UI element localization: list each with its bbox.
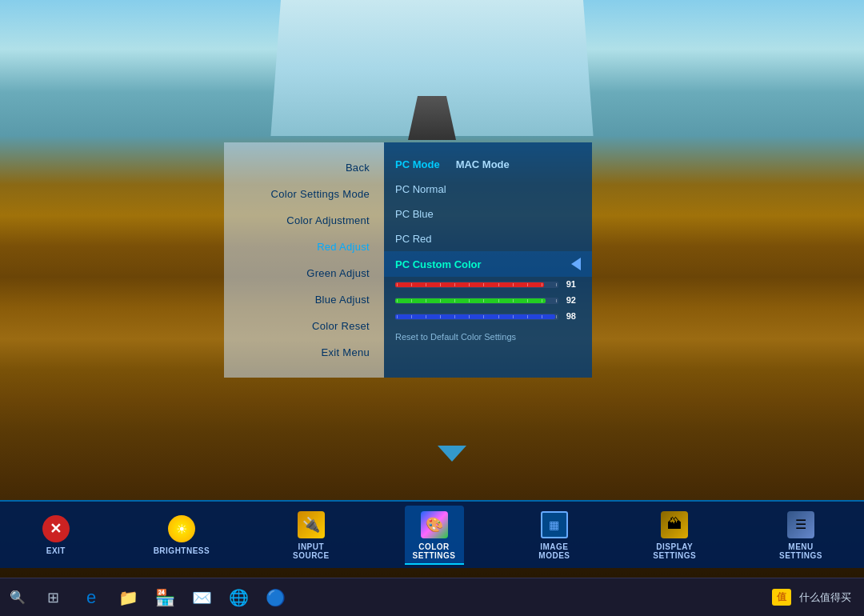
option-pc-normal[interactable]: PC Normal [384,177,592,202]
display-settings-label: DISPLAYSETTINGS [653,542,696,560]
blue-slider-value: 98 [566,311,576,321]
exit-label: EXIT [46,546,66,555]
color-settings-label: COLORSETTINGS [413,542,456,560]
red-slider-value: 91 [566,279,576,289]
menu-settings-label: MENUSETTINGS [779,542,822,560]
menu-item-back[interactable]: Back [224,154,384,181]
menu-item-blue-adjust[interactable]: Blue Adjust [224,286,384,313]
color-reset-text: Reset to Default Color Settings [395,332,516,342]
taskbar-app-extra[interactable]: 🔵 [258,580,293,615]
toolbar-input-source[interactable]: 🔌 INPUTSOURCE [285,506,338,565]
green-slider-ticks [395,298,558,304]
taskbar-edge[interactable]: e [74,580,109,615]
image-modes-icon: ▦ [540,510,569,539]
option-pc-custom-color[interactable]: PC Custom Color [384,251,592,277]
color-mode-row: PC Mode MAC Mode [384,152,592,177]
search-icon: 🔍 [10,590,26,605]
menu-item-exit-menu[interactable]: Exit Menu [224,339,384,366]
pc-blue-label: PC Blue [395,208,434,220]
brightness-label: BRIGHTNESS [154,546,210,555]
file-explorer-icon: 📁 [118,588,138,607]
osd-right-panel: PC Mode MAC Mode PC Normal PC Blue PC Re… [384,142,592,378]
toolbar-brightness[interactable]: ☀ BRIGHTNESS [146,510,218,560]
color-settings-icon: 🎨 [420,510,449,539]
green-slider-value: 92 [566,295,576,305]
display-settings-icon: 🏔 [660,510,689,539]
option-pc-blue[interactable]: PC Blue [384,202,592,226]
toolbar-image-modes[interactable]: ▦ IMAGEMODES [530,506,578,565]
taskbar-search[interactable]: 🔍 [0,590,35,605]
pc-normal-label: PC Normal [395,183,446,195]
store-icon: 🏪 [155,588,175,607]
toolbar-menu-settings[interactable]: ☰ MENUSETTINGS [771,506,830,565]
menu-item-color-settings-mode[interactable]: Color Settings Mode [224,181,384,207]
green-slider-row[interactable]: 92 [384,293,592,309]
red-slider-ticks [395,282,558,288]
task-view-icon: ⊞ [47,589,59,606]
osd-left-panel: Back Color Settings Mode Color Adjustmen… [224,142,384,378]
menu-item-red-adjust[interactable]: Red Adjust [224,234,384,260]
brightness-icon: ☀ [167,514,196,543]
option-pc-red[interactable]: PC Red [384,226,592,251]
edge-icon: e [86,587,96,608]
menu-item-color-reset[interactable]: Color Reset [224,313,384,339]
taskbar-chrome[interactable]: 🌐 [221,580,256,615]
osd-menu: Back Color Settings Mode Color Adjustmen… [224,142,592,378]
input-source-label: INPUTSOURCE [293,542,330,560]
menu-item-green-adjust[interactable]: Green Adjust [224,260,384,286]
green-slider-track[interactable]: 92 [395,298,558,304]
taskbar-store[interactable]: 🏪 [147,580,182,615]
blue-slider-row[interactable]: 98 [384,309,592,325]
pc-custom-color-label: PC Custom Color [395,258,482,270]
menu-settings-icon: ☰ [786,510,815,539]
red-slider-row[interactable]: 91 [384,277,592,293]
taskbar-right-label: 什么值得买 [799,590,851,605]
exit-icon: ✕ [42,514,70,543]
image-modes-label: IMAGEMODES [538,542,570,560]
bottom-toolbar: ✕ EXIT ☀ BRIGHTNESS 🔌 INPUTSOURCE 🎨 COLO… [0,500,864,568]
mail-icon: ✉️ [192,588,212,607]
taskbar-mail[interactable]: ✉️ [184,580,219,615]
pc-red-label: PC Red [395,233,432,245]
color-reset-row[interactable]: Reset to Default Color Settings [384,325,592,349]
taskbar-file-explorer[interactable]: 📁 [110,580,146,615]
app-extra-icon: 🔵 [266,588,286,607]
toolbar-display-settings[interactable]: 🏔 DISPLAYSETTINGS [645,506,704,565]
osd-scroll-down-arrow [438,446,466,462]
blue-slider-ticks [395,314,558,320]
taskbar-right-logo: 值 [772,589,791,606]
toolbar-exit[interactable]: ✕ EXIT [34,510,78,560]
input-source-icon: 🔌 [297,510,326,539]
menu-item-color-adjustment[interactable]: Color Adjustment [224,207,384,234]
blue-slider-track[interactable]: 98 [395,314,558,320]
taskbar-task-view[interactable]: ⊞ [35,580,70,615]
pc-mode-label[interactable]: PC Mode [395,158,440,170]
taskbar-app-icons: e 📁 🏪 ✉️ 🌐 🔵 [74,580,293,615]
selected-arrow-icon [571,258,581,270]
mac-mode-label[interactable]: MAC Mode [456,158,510,170]
red-slider-track[interactable]: 91 [395,282,558,288]
toolbar-color-settings[interactable]: 🎨 COLORSETTINGS [405,506,464,565]
windows-taskbar: 🔍 ⊞ e 📁 🏪 ✉️ 🌐 🔵 值 什么值得买 [0,578,864,616]
chrome-icon: 🌐 [229,588,249,607]
taskbar-right-area: 值 什么值得买 [772,589,864,606]
